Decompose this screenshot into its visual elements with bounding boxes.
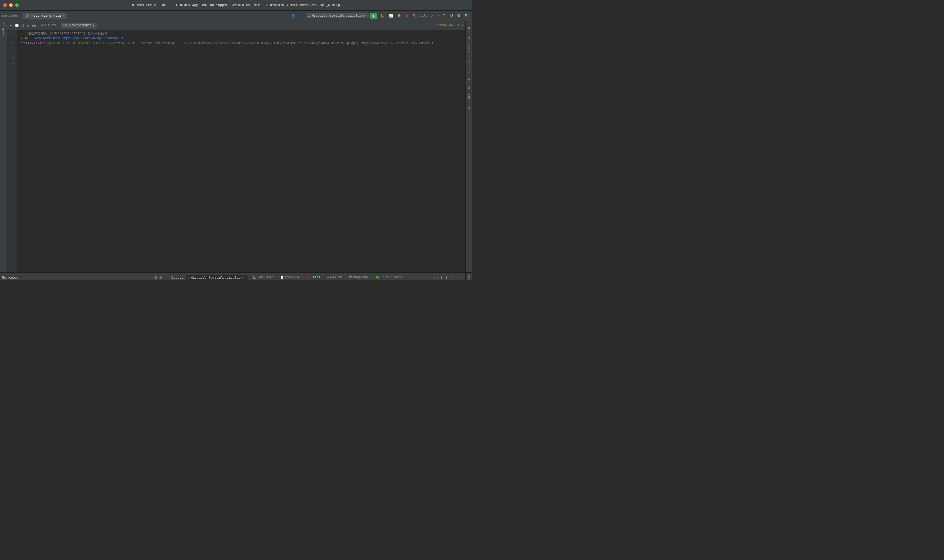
- sidebar-commit-icon[interactable]: Commit: [0, 29, 7, 35]
- tab-debugger[interactable]: 🐛 Debugger: [249, 274, 277, 280]
- user-icon[interactable]: 👤: [290, 13, 297, 18]
- run-with-label: Run with:: [40, 24, 58, 28]
- debug-title-label: Debug:: [172, 276, 183, 280]
- git-label: Git:: [420, 14, 428, 18]
- code-line-13: [19, 46, 463, 51]
- scratches-label[interactable]: Scratches: [2, 14, 18, 17]
- run-app-button[interactable]: ▶: [371, 13, 377, 18]
- main-toolbar: Scratches › 🔗 rest-api_6.http ✕ 👤 ← ☰ Hi…: [0, 11, 472, 21]
- git-history-icon[interactable]: ↺: [449, 13, 454, 18]
- build-button[interactable]: 🔨: [412, 13, 418, 18]
- code-line-15: [19, 56, 463, 61]
- debug-panel-actions: ≡ ↑ ↓ ⬆ ⬇ ⊞ ≣ ⋯: [429, 275, 463, 280]
- code-line-12: Access-Token: eyJ0eXAiOiJKV1QiLCJhbGciOi…: [19, 41, 463, 46]
- split-vertical-button[interactable]: ⧈: [26, 23, 30, 28]
- tab-environment[interactable]: 🌿 Environment: [372, 274, 406, 280]
- stop-button[interactable]: ⏹: [404, 13, 410, 18]
- maximize-button[interactable]: [15, 3, 18, 7]
- file-tab-label: rest-api_6.http: [31, 14, 61, 18]
- beans-icon: 🫘: [306, 275, 309, 279]
- services-panel-actions: ⚙ ⚙ −: [154, 275, 167, 280]
- mappings-icon: 🗺: [349, 275, 352, 279]
- maven-label[interactable]: Maven: [466, 273, 472, 280]
- debug-header: Debug: ⚙ HiseasCenterIamApplication ✕ 🐛 …: [169, 273, 465, 280]
- split-horizontal-button[interactable]: ⧉: [21, 23, 25, 28]
- environment-selector[interactable]: No Environment ▾: [61, 23, 97, 28]
- tab-console[interactable]: 📋 Console: [277, 274, 302, 280]
- debug-list-button[interactable]: ≣: [454, 275, 458, 280]
- breadcrumb-sep: ›: [20, 14, 22, 18]
- examples-section: *Examples ▲ 1 ▼: [435, 24, 463, 28]
- code-line-17: [19, 66, 463, 71]
- code-line-10: ### 通过聚合服务 (mgmt-application) 查询课程信息: [19, 31, 463, 36]
- environment-label: No Environment: [63, 24, 91, 28]
- debug-panel: Debug: ⚙ HiseasCenterIamApplication ✕ 🐛 …: [169, 273, 465, 280]
- app-selector-chevron: ▾: [365, 14, 367, 17]
- debug-grid-button[interactable]: ⊞: [449, 275, 453, 280]
- services-config-button[interactable]: ⚙: [158, 275, 163, 280]
- services-minimize-button[interactable]: −: [163, 275, 167, 280]
- debug-sort-asc[interactable]: ↑: [433, 275, 436, 280]
- close-button[interactable]: [3, 3, 7, 7]
- run-arrow-11[interactable]: ▶: [19, 36, 24, 41]
- debug-app-icon: ⚙: [188, 276, 189, 280]
- right-sidebar: Endpoints @ AI Assistant Database Notifi…: [465, 21, 472, 272]
- ai-assistant-sidebar-label[interactable]: @ AI Assistant: [467, 41, 471, 68]
- services-panel-title: Services: [2, 276, 152, 280]
- app-selector-icon: ☰: [308, 14, 311, 17]
- titlebar: hiseas-center-iam – ~/Library/Applicatio…: [0, 0, 472, 11]
- services-panel-header: Services ⚙ ⚙ −: [0, 273, 169, 280]
- tab-mappings[interactable]: 🗺 Mappings: [346, 274, 372, 280]
- tab-beans[interactable]: 🫘 Beans: [302, 274, 324, 280]
- counter-label: ▲ 1 ▼: [454, 24, 463, 27]
- notifications-sidebar-label[interactable]: Notifications: [467, 85, 471, 111]
- services-panel: Services ⚙ ⚙ − ▶ + ⧈ ⊞ ⏹ ↺ ⋯ ▼ HTTP HTTP: [0, 273, 169, 280]
- add-request-button[interactable]: +: [9, 23, 12, 28]
- app-selector[interactable]: ☰ HiseasCenterIamApplication ▾: [306, 13, 369, 18]
- code-line-14: [19, 51, 463, 56]
- debug-up-button[interactable]: ⬆: [440, 275, 444, 280]
- tab-health[interactable]: ❤ Health: [324, 274, 346, 280]
- file-tab-close[interactable]: ✕: [63, 14, 65, 17]
- database-sidebar-label[interactable]: Database: [467, 68, 471, 85]
- app-selector-label: HiseasCenterIamApplication: [312, 14, 363, 18]
- debug-more-button[interactable]: ⋯: [458, 275, 463, 280]
- debug-filter-button[interactable]: ≡: [429, 275, 432, 280]
- git-arrow-icon[interactable]: ⇅: [442, 13, 447, 18]
- console-icon: 📋: [280, 275, 284, 279]
- code-line-11: ▶ GET localhost:8431/mgmt-application/ap…: [19, 36, 463, 41]
- environment-chevron: ▾: [92, 23, 94, 28]
- examples-label: *Examples: [435, 24, 453, 28]
- back-button[interactable]: ←: [298, 13, 304, 18]
- git-push-icon[interactable]: ↑: [437, 13, 441, 18]
- environment-icon: 🌿: [376, 275, 380, 279]
- services-settings-button[interactable]: ⚙: [154, 275, 158, 280]
- window-controls: [3, 3, 18, 7]
- debug-down-button[interactable]: ⬇: [444, 275, 448, 280]
- left-sidebar: Project Commit: [0, 21, 7, 272]
- window-title: hiseas-center-iam – ~/Library/Applicatio…: [132, 3, 340, 7]
- git-check-icon[interactable]: ✓: [429, 13, 435, 18]
- search-button[interactable]: 🔍: [463, 13, 470, 18]
- file-tab[interactable]: 🔗 rest-api_6.http ✕: [23, 13, 68, 19]
- health-icon: ❤: [327, 275, 329, 279]
- run-all-button[interactable]: ▶▶: [31, 23, 37, 28]
- minimize-button[interactable]: [9, 3, 13, 7]
- code-line-16: [19, 61, 463, 66]
- debug-button[interactable]: 🐛: [379, 13, 386, 18]
- profile-button[interactable]: ⚡: [396, 13, 402, 18]
- editor-toolbar: + 🕐 ⧉ ⧈ ▶▶ Run with: No Environment ▾ *E…: [7, 21, 465, 30]
- endpoints-sidebar-label[interactable]: Endpoints: [467, 22, 471, 40]
- coverage-button[interactable]: 📊: [387, 13, 394, 18]
- bottom-panel: Services ⚙ ⚙ − ▶ + ⧈ ⊞ ⏹ ↺ ⋯ ▼ HTTP HTTP: [0, 272, 472, 280]
- main-layout: Project Commit + 🕐 ⧉ ⧈ ▶▶ Run with: No E…: [0, 21, 472, 272]
- settings-button[interactable]: ⚙: [456, 13, 461, 18]
- debug-sort-desc[interactable]: ↓: [436, 275, 439, 280]
- debug-close-icon[interactable]: ✕: [244, 276, 246, 280]
- history-button[interactable]: 🕐: [14, 23, 19, 28]
- debug-tabs: 🐛 Debugger 📋 Console 🫘 Beans ❤ Health 🗺: [249, 274, 427, 280]
- debug-app-selector[interactable]: ⚙ HiseasCenterIamApplication ✕: [186, 275, 248, 280]
- debugger-icon: 🐛: [252, 275, 256, 279]
- code-content[interactable]: ### 通过聚合服务 (mgmt-application) 查询课程信息 ▶ G…: [17, 30, 465, 272]
- code-editor: 10 11 12 13 14 15 16 17 ### 通过聚合服务 (mgmt…: [7, 30, 465, 272]
